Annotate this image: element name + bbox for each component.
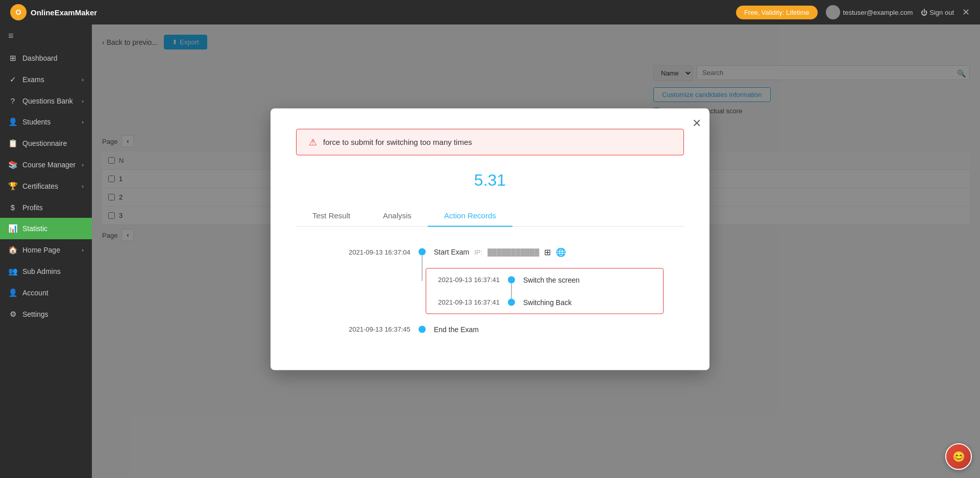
certificates-icon: 🏆 [8,182,17,191]
modal-tabs: Test Result Analysis Action Records [296,205,684,227]
tab-action-records[interactable]: Action Records [428,205,512,227]
timeline-action-3: Switching Back [523,298,572,306]
user-info: testuser@example.com [826,5,913,19]
sidebar-item-dashboard[interactable]: ⊞ Dashboard [0,47,92,69]
app-logo-icon: O [10,4,27,20]
modal: ✕ ⚠ force to submit for switching too ma… [271,108,709,370]
sidebar-label-statistic: Statistic [22,224,47,233]
timeline-date-3: 2021-09-13 16:37:41 [426,298,508,306]
highlighted-events-box: 2021-09-13 16:37:41 Switch the screen 20… [426,268,664,314]
timeline-ip-value: ███████████ [487,248,539,256]
windows-icon: ⊞ [544,247,551,257]
alert-warning-icon: ⚠ [309,136,317,147]
sidebar-item-certificates[interactable]: 🏆 Certificates › [0,175,92,197]
statistic-icon: 📊 [8,224,17,233]
sidebar-item-account[interactable]: 👤 Account [0,282,92,304]
chevron-right-icon-6: › [82,247,84,253]
timeline-action-2: Switch the screen [523,275,580,284]
sidebar-label-questions-bank: Questions Bank [22,97,73,105]
sidebar-item-homepage[interactable]: 🏠 Home Page › [0,239,92,261]
plan-badge[interactable]: Free, Validity: Lifetime [736,6,818,19]
sidebar-label-course-manager: Course Manager [22,161,76,169]
alert-message: force to submit for switching too many t… [323,138,472,146]
chevron-right-icon-5: › [82,183,84,189]
account-icon: 👤 [8,288,17,297]
timeline-content-3: Switching Back [515,293,580,311]
sidebar-label-exams: Exams [22,76,44,84]
timeline-content-1: Start Exam IP: ███████████ ⊞ 🌐 [426,242,574,262]
timeline-date-1: 2021-09-13 16:37:04 [316,248,419,256]
user-avatar [826,5,840,19]
timeline-row-start-exam: 2021-09-13 16:37:04 Start Exam IP: █████… [316,242,664,262]
chevron-right-icon: › [82,77,84,83]
sidebar-label-account: Account [22,289,48,297]
timeline-dot-3 [508,298,515,306]
homepage-icon: 🏠 [8,245,17,255]
chevron-right-icon-4: › [82,162,84,168]
sidebar-label-homepage: Home Page [22,246,60,254]
sidebar-item-settings[interactable]: ⚙ Settings [0,304,92,325]
timeline-ip-label: IP: [474,248,482,256]
user-name: testuser@example.com [843,9,913,16]
sidebar-label-settings: Settings [22,310,48,318]
timeline-dot-2 [508,276,515,283]
navbar-logo: O OnlineExamMaker [10,4,97,20]
course-manager-icon: 📚 [8,160,17,169]
sidebar-label-dashboard: Dashboard [22,54,58,62]
sidebar-item-questionnaire[interactable]: 📋 Questionnaire [0,133,92,154]
avatar-image: 😊 [946,444,971,469]
timeline-dot-1 [419,248,426,256]
timeline-content-4: End the Exam [426,320,487,338]
tab-analysis[interactable]: Analysis [366,205,428,227]
sidebar-item-sub-admins[interactable]: 👥 Sub Admins [0,261,92,282]
exams-icon: ✓ [8,75,17,84]
sidebar-label-profits: Profits [22,204,43,212]
sidebar-item-students[interactable]: 👤 Students › [0,111,92,133]
close-navbar-button[interactable]: ✕ [962,7,970,18]
sidebar-item-exams[interactable]: ✓ Exams › [0,69,92,90]
sidebar-toggle[interactable]: ≡ [0,24,92,47]
sign-out-icon: ⏻ [921,9,927,16]
modal-close-button[interactable]: ✕ [692,116,701,130]
alert-banner: ⚠ force to submit for switching too many… [296,129,684,155]
browser-icon: 🌐 [556,247,566,257]
timeline-content-2: Switch the screen [515,270,588,289]
timeline-row-switching-back: 2021-09-13 16:37:41 Switching Back [426,291,663,313]
timeline-action-1: Start Exam [434,248,469,256]
sign-out-label: Sign out [929,9,954,16]
students-icon: 👤 [8,117,17,127]
sidebar-label-questionnaire: Questionnaire [22,139,67,147]
app-name: OnlineExamMaker [31,8,97,17]
sidebar-label-sub-admins: Sub Admins [22,267,61,275]
sidebar-item-profits[interactable]: $ Profits [0,197,92,218]
action-records-timeline: 2021-09-13 16:37:04 Start Exam IP: █████… [296,242,684,338]
sidebar-item-questions-bank[interactable]: ? Questions Bank › [0,90,92,111]
sidebar-item-course-manager[interactable]: 📚 Course Manager › [0,154,92,175]
score-value: 5.31 [474,170,506,189]
sidebar-label-certificates: Certificates [22,182,58,190]
sidebar: ≡ ⊞ Dashboard ✓ Exams › ? Questions Bank… [0,24,92,478]
navbar: O OnlineExamMaker Free, Validity: Lifeti… [0,0,980,24]
sidebar-label-students: Students [22,118,51,126]
dashboard-icon: ⊞ [8,54,17,63]
sidebar-item-statistic[interactable]: 📊 Statistic [0,218,92,239]
navbar-right: Free, Validity: Lifetime testuser@exampl… [736,5,970,19]
chevron-right-icon-2: › [82,98,84,104]
questionnaire-icon: 📋 [8,139,17,148]
bottom-avatar[interactable]: 😊 [945,443,972,470]
chevron-right-icon-3: › [82,119,84,125]
timeline-row-end-exam: 2021-09-13 16:37:45 End the Exam [316,320,664,338]
timeline-action-4: End the Exam [434,325,479,333]
tab-test-result[interactable]: Test Result [296,205,366,227]
score-display: 5.31 [296,170,684,189]
sub-admins-icon: 👥 [8,267,17,276]
timeline-dot-4 [419,325,426,333]
timeline-date-2: 2021-09-13 16:37:41 [426,276,508,284]
sign-out-link[interactable]: ⏻ Sign out [921,9,954,16]
questions-icon: ? [8,96,17,105]
profits-icon: $ [8,203,17,212]
timeline-date-4: 2021-09-13 16:37:45 [316,325,419,333]
timeline-row-switch-screen: 2021-09-13 16:37:41 Switch the screen [426,268,663,291]
settings-icon: ⚙ [8,310,17,319]
